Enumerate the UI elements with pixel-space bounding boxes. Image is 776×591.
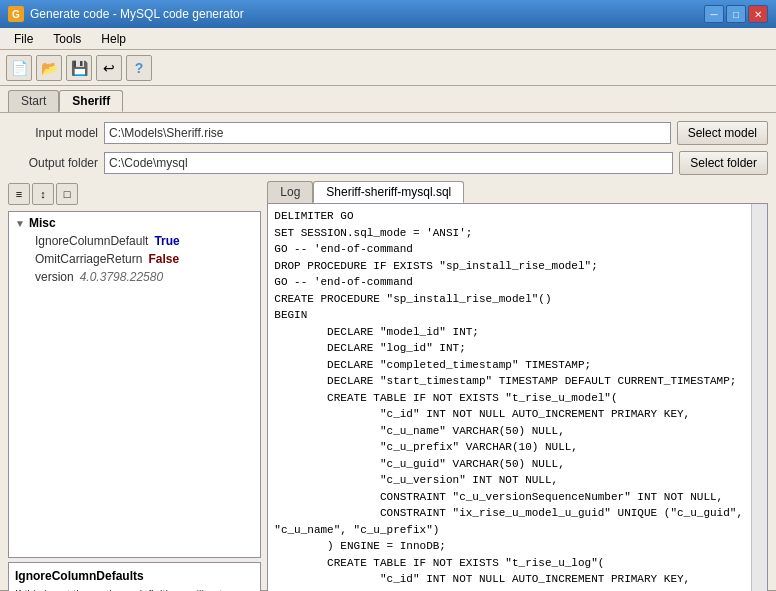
menu-bar: File Tools Help	[0, 28, 776, 50]
main-content: Input model Select model Output folder S…	[0, 113, 776, 590]
tree-item-omit-carriage[interactable]: OmitCarriageReturn False	[11, 250, 258, 268]
tab-start[interactable]: Start	[8, 90, 59, 112]
main-tabs: Start Sheriff	[0, 86, 776, 113]
app-icon: G	[8, 6, 24, 22]
tab-sql[interactable]: Sheriff-sheriff-mysql.sql	[313, 181, 464, 203]
code-area[interactable]: DELIMITER GO SET SESSION.sql_mode = 'ANS…	[267, 204, 768, 591]
info-text: If this is set then column definitions w…	[15, 587, 254, 591]
tab-log[interactable]: Log	[267, 181, 313, 203]
ignore-column-key: IgnoreColumnDefault	[35, 234, 148, 248]
tab-sheriff[interactable]: Sheriff	[59, 90, 123, 112]
maximize-button[interactable]: □	[726, 5, 746, 23]
info-panel: IgnoreColumnDefaults If this is set then…	[8, 562, 261, 591]
open-button[interactable]: 📂	[36, 55, 62, 81]
expand-button[interactable]: □	[56, 183, 78, 205]
ignore-column-val: True	[154, 234, 179, 248]
panel-row: ≡ ↕ □ ▼ Misc IgnoreColumnDefault True Om…	[8, 181, 768, 591]
input-model-row: Input model Select model	[8, 121, 768, 145]
omit-carriage-key: OmitCarriageReturn	[35, 252, 142, 266]
save-button[interactable]: 💾	[66, 55, 92, 81]
omit-carriage-val: False	[148, 252, 179, 266]
window-title: Generate code - MySQL code generator	[30, 7, 704, 21]
minimize-button[interactable]: ─	[704, 5, 724, 23]
select-model-button[interactable]: Select model	[677, 121, 768, 145]
right-panel: Log Sheriff-sheriff-mysql.sql DELIMITER …	[267, 181, 768, 591]
help-button[interactable]: ?	[126, 55, 152, 81]
window-controls: ─ □ ✕	[704, 5, 768, 23]
title-bar: G Generate code - MySQL code generator ─…	[0, 0, 776, 28]
tree-panel[interactable]: ▼ Misc IgnoreColumnDefault True OmitCarr…	[8, 211, 261, 558]
misc-label: Misc	[29, 216, 56, 230]
scrollbar[interactable]	[751, 204, 767, 591]
input-model-label: Input model	[8, 126, 98, 140]
left-panel: ≡ ↕ □ ▼ Misc IgnoreColumnDefault True Om…	[8, 181, 261, 591]
close-button[interactable]: ✕	[748, 5, 768, 23]
sort-button[interactable]: ↕	[32, 183, 54, 205]
back-button[interactable]: ↩	[96, 55, 122, 81]
tree-item-version[interactable]: version 4.0.3798.22580	[11, 268, 258, 286]
info-title: IgnoreColumnDefaults	[15, 569, 254, 583]
version-val: 4.0.3798.22580	[80, 270, 163, 284]
menu-help[interactable]: Help	[91, 30, 136, 48]
code-tabs: Log Sheriff-sheriff-mysql.sql	[267, 181, 768, 204]
output-folder-field[interactable]	[104, 152, 673, 174]
collapse-icon: ▼	[15, 218, 25, 229]
misc-section-header[interactable]: ▼ Misc	[11, 214, 258, 232]
input-model-field[interactable]	[104, 122, 671, 144]
menu-tools[interactable]: Tools	[43, 30, 91, 48]
menu-file[interactable]: File	[4, 30, 43, 48]
select-folder-button[interactable]: Select folder	[679, 151, 768, 175]
output-folder-row: Output folder Select folder	[8, 151, 768, 175]
version-key: version	[35, 270, 74, 284]
left-toolbar: ≡ ↕ □	[8, 181, 261, 207]
main-toolbar: 📄 📂 💾 ↩ ?	[0, 50, 776, 86]
tree-item-ignore-column-default[interactable]: IgnoreColumnDefault True	[11, 232, 258, 250]
code-content: DELIMITER GO SET SESSION.sql_mode = 'ANS…	[274, 208, 761, 591]
list-view-button[interactable]: ≡	[8, 183, 30, 205]
output-folder-label: Output folder	[8, 156, 98, 170]
new-button[interactable]: 📄	[6, 55, 32, 81]
